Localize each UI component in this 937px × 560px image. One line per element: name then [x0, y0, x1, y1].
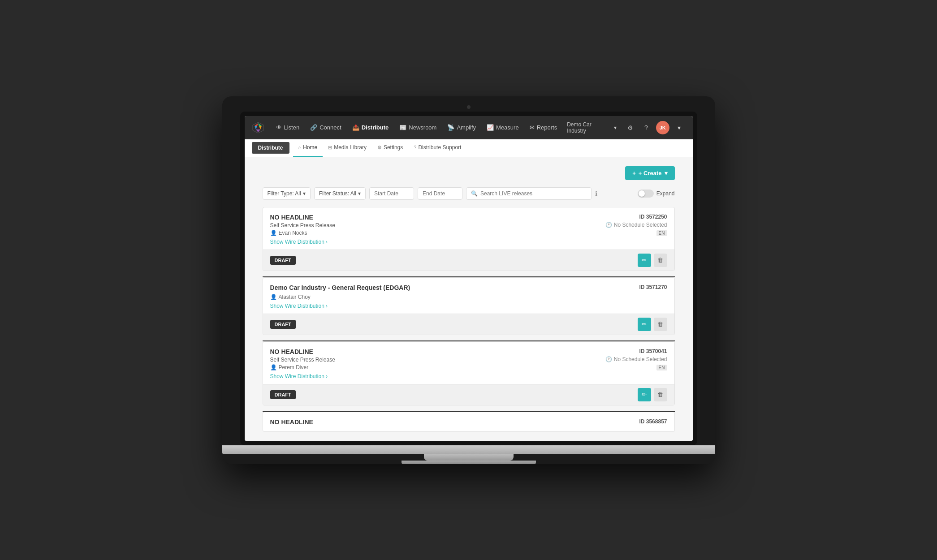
release-info: Demo Car Industry - General Request (EDG…: [270, 284, 410, 309]
release-author: 👤 Alastair Choy: [270, 294, 410, 300]
release-author: 👤 Perem Diver: [270, 364, 335, 370]
tab-home[interactable]: ⌂ Home: [293, 139, 323, 157]
release-card-footer: DRAFT ✏ 🗑: [263, 384, 674, 405]
filter-type-chevron: ▾: [303, 190, 306, 197]
release-card: NO HEADLINE Self Service Press Release 👤…: [263, 341, 675, 405]
tab-media-library[interactable]: ⊞ Media Library: [323, 139, 372, 157]
top-nav: 👁 Listen 🔗 Connect 📤 Distribute 📰 Newsro…: [245, 116, 693, 139]
connect-icon: 🔗: [310, 124, 317, 131]
create-label: + Create: [639, 170, 662, 177]
show-wire-link[interactable]: Show Wire Distribution ›: [270, 239, 335, 245]
draft-badge: DRAFT: [270, 320, 296, 329]
chevron-right-icon: ›: [326, 239, 328, 245]
settings-icon[interactable]: ⚙: [624, 121, 636, 134]
edit-button[interactable]: ✏: [638, 254, 651, 267]
tab-distribute-support[interactable]: ? Distribute Support: [408, 139, 466, 157]
listen-icon: 👁: [276, 124, 282, 131]
release-title: NO HEADLINE: [270, 214, 335, 221]
search-icon: 🔍: [471, 190, 478, 197]
release-card: NO HEADLINE Self Service Press Release 👤…: [263, 207, 675, 271]
release-meta: ID 3570041 🕐 No Schedule Selected EN: [605, 348, 667, 370]
help-icon[interactable]: ?: [640, 121, 652, 134]
release-title: NO HEADLINE: [270, 348, 335, 355]
release-id: ID 3571270: [639, 284, 667, 290]
release-info: NO HEADLINE Self Service Press Release 👤…: [270, 348, 335, 379]
clock-icon: 🕐: [605, 356, 612, 362]
search-input[interactable]: [480, 190, 587, 197]
logo[interactable]: [252, 121, 264, 134]
card-actions: ✏ 🗑: [638, 254, 667, 267]
author-icon: 👤: [270, 294, 277, 300]
nav-item-reports[interactable]: ✉ Reports: [525, 116, 562, 139]
release-author: 👤 Evan Nocks: [270, 230, 335, 236]
release-id: ID 3568857: [639, 418, 667, 425]
draft-badge: DRAFT: [270, 256, 296, 265]
start-date-input[interactable]: [369, 187, 414, 200]
edit-button[interactable]: ✏: [638, 388, 651, 401]
release-card-footer: DRAFT ✏ 🗑: [263, 314, 674, 335]
expand-toggle: Expand: [638, 190, 675, 198]
sub-nav: Distribute ⌂ Home ⊞ Media Library ⚙ Sett…: [245, 139, 693, 157]
release-id: ID 3572250: [605, 214, 667, 220]
amplify-icon: 📡: [447, 124, 454, 131]
release-meta: ID 3571270: [639, 284, 667, 292]
filter-status-dropdown[interactable]: Filter Status: All ▾: [314, 187, 366, 200]
show-wire-link[interactable]: Show Wire Distribution ›: [270, 373, 335, 379]
avatar[interactable]: JK: [656, 121, 669, 134]
clock-icon: 🕐: [605, 222, 612, 228]
screen: 👁 Listen 🔗 Connect 📤 Distribute 📰 Newsro…: [245, 116, 693, 441]
org-selector[interactable]: Demo Car Industry ▾: [563, 120, 620, 136]
delete-button[interactable]: 🗑: [654, 254, 667, 267]
delete-button[interactable]: 🗑: [654, 318, 667, 331]
delete-button[interactable]: 🗑: [654, 388, 667, 401]
release-card-footer: DRAFT ✏ 🗑: [263, 250, 674, 271]
author-icon: 👤: [270, 364, 277, 370]
lang-badge: EN: [656, 230, 667, 236]
nav-item-distribute[interactable]: 📤 Distribute: [348, 116, 393, 139]
nav-item-measure[interactable]: 📈 Measure: [482, 116, 523, 139]
account-chevron-icon[interactable]: ▾: [673, 121, 686, 134]
main-content: + + Create ▾ Filter Type: All ▾ Filter S…: [245, 157, 693, 441]
show-wire-link[interactable]: Show Wire Distribution ›: [270, 303, 410, 309]
author-icon: 👤: [270, 230, 277, 236]
release-info: NO HEADLINE: [270, 418, 313, 427]
support-icon: ?: [414, 145, 416, 150]
distribute-icon: 📤: [352, 124, 359, 131]
plus-icon: +: [632, 170, 636, 177]
reports-icon: ✉: [530, 124, 535, 131]
release-card-body: Demo Car Industry - General Request (EDG…: [263, 278, 674, 314]
edit-button[interactable]: ✏: [638, 318, 651, 331]
home-icon: ⌂: [298, 145, 302, 150]
filter-type-dropdown[interactable]: Filter Type: All ▾: [263, 187, 311, 200]
nav-item-connect[interactable]: 🔗 Connect: [306, 116, 345, 139]
create-button[interactable]: + + Create ▾: [625, 166, 674, 180]
card-actions: ✏ 🗑: [638, 388, 667, 401]
chevron-down-icon: ▾: [614, 125, 617, 131]
chevron-right-icon: ›: [326, 303, 328, 309]
svg-marker-5: [256, 129, 260, 132]
nav-item-listen[interactable]: 👁 Listen: [272, 116, 304, 139]
release-info: NO HEADLINE Self Service Press Release 👤…: [270, 214, 335, 245]
release-type: Self Service Press Release: [270, 222, 335, 228]
lang-badge: EN: [656, 365, 667, 370]
end-date-input[interactable]: [418, 187, 462, 200]
expand-toggle-switch[interactable]: [638, 190, 654, 198]
newsroom-icon: 📰: [399, 124, 406, 131]
release-card: Demo Car Industry - General Request (EDG…: [263, 277, 675, 335]
info-icon[interactable]: ℹ: [595, 190, 597, 197]
screen-bezel: 👁 Listen 🔗 Connect 📤 Distribute 📰 Newsro…: [240, 112, 697, 445]
filter-status-chevron: ▾: [358, 190, 361, 197]
nav-item-amplify[interactable]: 📡 Amplify: [443, 116, 480, 139]
release-meta: ID 3572250 🕐 No Schedule Selected EN: [605, 214, 667, 236]
tab-settings[interactable]: ⚙ Settings: [372, 139, 408, 157]
org-name: Demo Car Industry: [567, 121, 612, 134]
release-meta: ID 3568857: [639, 418, 667, 426]
section-label: Distribute: [252, 142, 289, 154]
chevron-right-icon: ›: [326, 373, 328, 379]
filter-bar: Filter Type: All ▾ Filter Status: All ▾ …: [263, 187, 675, 200]
laptop-wrapper: 👁 Listen 🔗 Connect 📤 Distribute 📰 Newsro…: [222, 96, 715, 464]
nav-item-newsroom[interactable]: 📰 Newsroom: [395, 116, 441, 139]
expand-label: Expand: [656, 190, 675, 197]
measure-icon: 📈: [487, 124, 494, 131]
svg-marker-3: [255, 126, 257, 129]
